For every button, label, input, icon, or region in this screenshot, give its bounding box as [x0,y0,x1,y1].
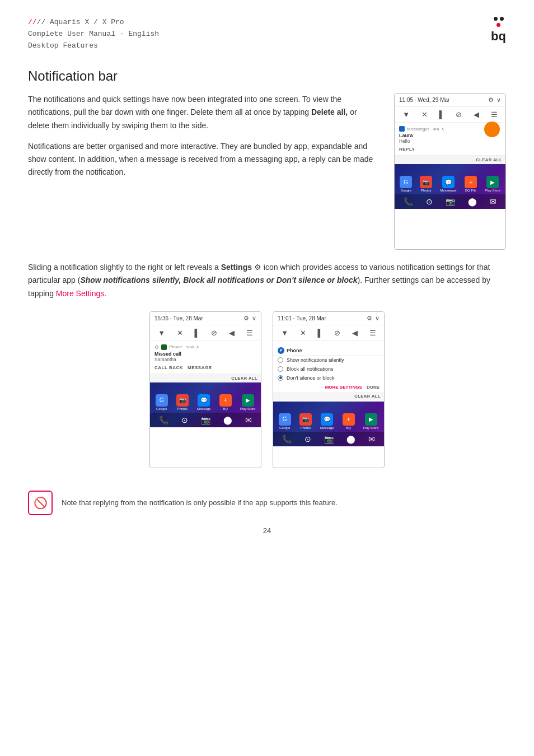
bq-label: BQ File [465,189,476,192]
phone-bottom-icon-3[interactable]: 📞 [282,435,292,444]
filter-icon-3[interactable]: ☰ [369,329,376,337]
app-photos-3: 📷 Photos [299,413,312,430]
option1-label: Show notifications silently [287,357,344,363]
messenger-icon-3[interactable]: 💬 [321,413,333,426]
clear-all-button-2[interactable]: CLEAR ALL [231,376,257,381]
vol-icon[interactable]: ◀ [474,110,479,119]
play-icon-3[interactable]: ▶ [365,413,377,426]
data-icon[interactable]: ▌ [439,110,444,119]
contacts-icon-2[interactable]: ⬤ [223,416,232,424]
bt-icon-2[interactable]: ✕ [177,329,183,337]
email-icon-3[interactable]: ✉ [368,435,375,444]
camera-bottom-icon-2[interactable]: 📷 [201,416,210,424]
header: //// Aquaris X / X Pro Complete User Man… [28,17,506,52]
expand-icon-3[interactable]: ∨ [375,315,380,322]
chrome-icon[interactable]: ⊙ [426,197,433,206]
section-title: Notification bar [28,68,506,84]
wifi-icon[interactable]: ▼ [402,110,410,119]
wifi-icon-3[interactable]: ▼ [281,329,288,337]
phone-wallpaper-3: G Google 📷 Photos 💬 Message + [273,402,384,446]
note-icon: 🚫 [34,496,48,510]
status-bar-3: 11:01 · Tue, 28 Mar ⚙ ∨ [273,312,384,325]
play-label-3: Play Store [363,426,379,430]
notif-settings-panel: P Phone Show notifications silently Bloc… [273,341,384,402]
header-line2: Complete User Manual - English [28,30,159,38]
vol-icon-3[interactable]: ◀ [352,329,358,337]
note-icon-box: 🚫 [28,491,53,515]
bt-icon[interactable]: ✕ [421,110,428,119]
quick-settings-2: ▼ ✕ ▌ ⊘ ◀ ☰ [150,325,261,341]
phone-screen-2: 15:36 · Tue, 28 Mar ⚙ ∨ ▼ ✕ ▌ ⊘ ◀ ☰ [150,312,261,427]
settings-icon[interactable]: ⚙ [488,96,494,104]
contacts-icon[interactable]: ⬤ [468,197,477,206]
bq-dots [494,17,504,21]
play-label-2: Play Store [240,407,256,410]
reply-button[interactable]: REPLY [399,147,415,152]
contacts-icon-3[interactable]: ⬤ [346,435,355,444]
phone-bottom-icon[interactable]: 📞 [404,197,413,206]
play-icon[interactable]: ▶ [486,176,499,188]
radio-silent[interactable] [278,357,283,363]
notif-message: Hello [399,138,501,144]
radio-selected [279,376,282,379]
call-back-button[interactable]: CALL BACK [154,365,183,370]
settings-icon-2[interactable]: ⚙ [243,315,249,322]
option3-label: Don't silence or block [287,375,334,381]
app-google-3: G Google [279,413,291,430]
email-icon[interactable]: ✉ [490,197,496,206]
phone-bottom-icon-2[interactable]: 📞 [159,416,168,424]
bq-icon-2[interactable]: + [219,394,232,407]
camera-bottom-icon[interactable]: 📷 [446,197,455,206]
settings-icon-3[interactable]: ⚙ [367,315,372,322]
mid-paragraph: Sliding a notification slightly to the r… [28,261,506,300]
photos-icon-2[interactable]: 📷 [176,394,189,407]
status-icons-3: ⚙ ∨ [367,315,380,322]
data-icon-2[interactable]: ▌ [194,329,199,337]
radio-block[interactable] [278,366,283,372]
bq-icon[interactable]: + [465,176,477,188]
bq-icon-3[interactable]: + [343,413,355,426]
phone-mockup-2: 15:36 · Tue, 28 Mar ⚙ ∨ ▼ ✕ ▌ ⊘ ◀ ☰ [149,311,261,468]
app-google: G Google [400,176,412,192]
eye-icon-3[interactable]: ⊘ [334,329,340,337]
more-settings-button[interactable]: MORE SETTINGS [325,385,362,390]
wifi-icon-2[interactable]: ▼ [158,329,165,337]
done-button[interactable]: DONE [367,385,380,390]
missed-call-label: Missed call [154,351,256,357]
camera-bottom-icon-3[interactable]: 📷 [324,435,334,444]
notif-option-3: Don't silence or block [273,374,384,382]
expand-icon-2[interactable]: ∨ [252,315,256,322]
expand-icon[interactable]: ∨ [496,96,501,104]
clear-all-button-3[interactable]: CLEAR ALL [354,394,381,399]
phone-screen-1: 11:05 · Wed, 29 Mar ⚙ ∨ ▼ ✕ ▌ ⊘ ◀ ☰ [395,94,505,209]
google-icon-2[interactable]: G [156,394,168,407]
filter-icon-2[interactable]: ☰ [246,329,253,337]
google-icon-3[interactable]: G [279,413,291,426]
google-label: Google [400,189,411,192]
email-icon-2[interactable]: ✉ [245,416,252,424]
radio-none[interactable] [278,375,283,381]
phone-mockup-3: 11:01 · Tue, 28 Mar ⚙ ∨ ▼ ✕ ▌ ⊘ ◀ ☰ [273,311,385,468]
bq-label-2: BQ [223,407,228,410]
clear-all-button-1[interactable]: CLEAR ALL [476,157,502,162]
photos-icon[interactable]: 📷 [420,176,432,188]
message-button[interactable]: MESSAGE [188,365,212,370]
data-icon-3[interactable]: ▌ [317,329,322,337]
photos-icon-3[interactable]: 📷 [299,413,312,426]
gear-notif: ⚙ [154,344,159,350]
google-icon[interactable]: G [400,176,412,188]
play-icon-2[interactable]: ▶ [242,394,254,407]
filter-icon[interactable]: ☰ [491,110,498,119]
chrome-icon-2[interactable]: ⊙ [181,416,188,424]
more-settings-link[interactable]: More Settings. [56,289,106,298]
eye-icon-2[interactable]: ⊘ [211,329,217,337]
messenger-app-icon [399,126,405,132]
bottom-dock-1: 📞 ⊙ 📷 ⬤ ✉ [395,194,505,209]
eye-icon[interactable]: ⊘ [456,110,462,119]
vol-icon-2[interactable]: ◀ [229,329,235,337]
bt-icon-3[interactable]: ✕ [300,329,306,337]
messenger-icon-2[interactable]: 💬 [198,394,210,407]
messenger-icon[interactable]: 💬 [442,176,455,188]
header-line1: // Aquaris X / X Pro [37,18,124,26]
chrome-icon-3[interactable]: ⊙ [305,435,311,444]
